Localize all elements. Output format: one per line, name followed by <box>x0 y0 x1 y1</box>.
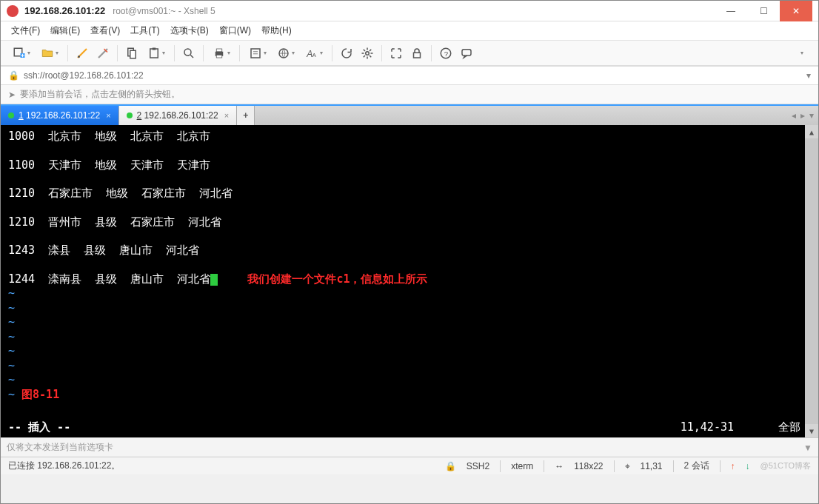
paste-icon[interactable]: ▾ <box>143 44 170 63</box>
terminal-tilde: ~ <box>8 344 811 359</box>
menu-window[interactable]: 窗口(W) <box>219 24 251 37</box>
search-icon[interactable] <box>179 44 198 63</box>
vim-position: 11,42-31 <box>681 420 734 434</box>
fullscreen-icon[interactable] <box>387 44 406 63</box>
open-icon[interactable]: ▾ <box>36 44 63 63</box>
copy-icon[interactable] <box>122 44 141 63</box>
tab-scroll-right-icon[interactable]: ▸ <box>800 110 805 121</box>
terminal-line: 1100 天津市 地级 天津市 天津市 <box>8 158 811 173</box>
web-icon[interactable]: ▾ <box>273 44 299 63</box>
minimize-button[interactable]: — <box>715 1 747 21</box>
svg-rect-4 <box>130 50 136 58</box>
toolbar-overflow-icon[interactable]: ▾ <box>792 44 811 63</box>
statusbar: 已连接 192.168.26.101:22。 🔒 SSH2 xterm ↔ 11… <box>1 457 818 474</box>
new-session-icon[interactable]: ▾ <box>8 44 35 63</box>
terminal-tilde: ~ <box>8 315 811 330</box>
terminal-line: 1210 石家庄市 地级 石家庄市 河北省 <box>8 187 811 201</box>
svg-rect-6 <box>153 47 156 50</box>
menu-tabs[interactable]: 选项卡(B) <box>170 24 209 37</box>
status-ssh-icon: 🔒 <box>445 461 456 471</box>
status-term: xterm <box>511 461 533 471</box>
tab-scroll-left-icon[interactable]: ◂ <box>792 110 796 121</box>
svg-text:A: A <box>312 51 316 58</box>
svg-rect-9 <box>216 49 222 52</box>
cursor <box>210 274 218 286</box>
addressbar[interactable]: 🔒 ssh://root@192.168.26.101:22 ▾ <box>1 66 818 85</box>
terminal-line: 1000 北京市 地级 北京市 北京市 <box>8 130 811 144</box>
chat-icon[interactable] <box>457 44 476 63</box>
tab-close-icon[interactable]: × <box>106 111 110 120</box>
reconnect-icon[interactable] <box>73 44 92 63</box>
svg-point-7 <box>184 49 191 56</box>
terminal-line: 1210 晋州市 县级 石家庄市 河北省 <box>8 215 811 230</box>
terminal[interactable]: 1000 北京市 地级 北京市 北京市 1100 天津市 地级 天津市 天津市 … <box>1 125 818 437</box>
hint-text: 要添加当前会话，点击左侧的箭头按钮。 <box>20 88 180 101</box>
scrollbar[interactable]: ▲ ▼ <box>805 125 818 437</box>
menu-tools[interactable]: 工具(T) <box>130 24 159 37</box>
status-dot-icon <box>127 112 133 118</box>
print-icon[interactable]: ▾ <box>208 44 235 63</box>
session-tab-2[interactable]: 2 192.168.26.101:22 × <box>119 106 238 125</box>
terminal-tilde: ~ <box>8 359 811 374</box>
terminal-line: 1243 滦县 县级 唐山市 河北省 <box>8 243 811 258</box>
sendbar[interactable]: 仅将文本发送到当前选项卡 ▼ <box>1 437 818 457</box>
properties-icon[interactable]: ▾ <box>244 44 271 63</box>
addressbar-dropdown-icon[interactable]: ▾ <box>806 70 811 81</box>
disconnect-icon[interactable] <box>93 44 113 63</box>
vim-status-line: -- 插入 -- 11,42-31 全部 <box>8 420 800 434</box>
status-dot-icon <box>8 112 14 118</box>
watermark: @51CTO博客 <box>760 460 811 471</box>
sendbar-placeholder: 仅将文本发送到当前选项卡 <box>7 441 113 454</box>
svg-point-2 <box>78 56 80 58</box>
help-icon[interactable]: ? <box>436 44 455 63</box>
scroll-thumb[interactable] <box>805 138 818 424</box>
terminal-tilde: ~ 图8-11 <box>8 388 811 403</box>
gear-icon[interactable] <box>358 44 377 63</box>
svg-rect-10 <box>216 55 222 58</box>
upload-arrow-icon: ↑ <box>731 461 735 471</box>
addressbar-lock-icon: 🔒 <box>8 70 19 81</box>
sendbar-dropdown-icon[interactable]: ▼ <box>803 443 812 453</box>
toolbar: ▾ ▾ ▾ ▾ ▾ ▾ AA▾ ? ▾ <box>1 41 818 66</box>
status-size-icon: ↔ <box>555 461 564 471</box>
status-cursor: 11,31 <box>641 461 663 471</box>
app-icon <box>7 5 19 17</box>
session-tab-1[interactable]: 1 192.168.26.101:22 × <box>1 106 119 125</box>
svg-rect-19 <box>462 49 471 55</box>
svg-text:?: ? <box>444 49 449 57</box>
terminal-tilde: ~ <box>8 301 811 316</box>
hint-arrow-icon[interactable]: ➤ <box>8 90 16 100</box>
refresh-icon[interactable] <box>337 44 356 63</box>
annotation-text: 我们创建一个文件c1，信息如上所示 <box>247 272 427 286</box>
svg-rect-5 <box>150 49 158 58</box>
status-size: 118x22 <box>574 461 603 471</box>
download-arrow-icon: ↓ <box>746 461 750 471</box>
status-cursor-icon: ⌖ <box>625 461 630 471</box>
svg-rect-11 <box>251 49 260 58</box>
titlebar: 192.168.26.101:22 root@vms001:~ - Xshell… <box>1 1 818 21</box>
add-tab-button[interactable]: + <box>237 106 255 125</box>
close-button[interactable]: ✕ <box>780 1 812 21</box>
scroll-down-icon[interactable]: ▼ <box>805 424 818 437</box>
menubar: 文件(F) 编辑(E) 查看(V) 工具(T) 选项卡(B) 窗口(W) 帮助(… <box>1 21 818 41</box>
menu-view[interactable]: 查看(V) <box>90 24 120 37</box>
menu-edit[interactable]: 编辑(E) <box>50 24 80 37</box>
menu-file[interactable]: 文件(F) <box>11 24 40 37</box>
svg-text:A: A <box>306 48 312 58</box>
title-sub: root@vms001:~ - Xshell 5 <box>113 6 215 16</box>
vim-scope: 全部 <box>778 420 800 434</box>
status-connected: 已连接 192.168.26.101:22。 <box>8 460 120 472</box>
scroll-up-icon[interactable]: ▲ <box>805 125 818 138</box>
maximize-button[interactable]: ☐ <box>747 1 780 21</box>
menu-help[interactable]: 帮助(H) <box>261 24 292 37</box>
tab-menu-icon[interactable]: ▾ <box>809 110 814 121</box>
terminal-line: 1244 滦南县 县级 唐山市 河北省我们创建一个文件c1，信息如上所示 <box>8 272 811 287</box>
tabstrip: 1 192.168.26.101:22 × 2 192.168.26.101:2… <box>1 104 818 125</box>
tab-close-icon[interactable]: × <box>224 111 229 120</box>
status-sessions: 2 会话 <box>684 460 709 472</box>
terminal-tilde: ~ <box>8 373 811 388</box>
addressbar-url: ssh://root@192.168.26.101:22 <box>24 70 144 81</box>
vim-mode: -- 插入 -- <box>8 420 70 434</box>
lock-icon[interactable] <box>407 44 427 63</box>
font-icon[interactable]: AA▾ <box>301 44 327 63</box>
